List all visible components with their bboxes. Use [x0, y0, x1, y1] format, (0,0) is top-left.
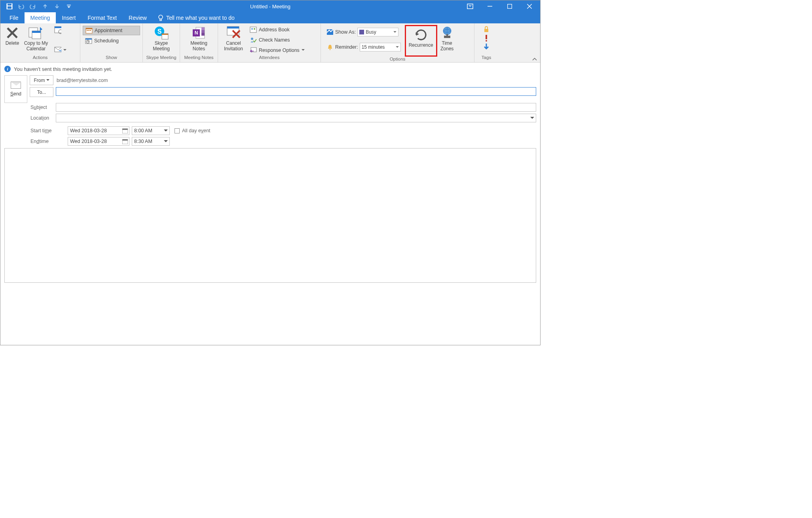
ribbon-tabs: File Meeting Insert Format Text Review T… — [0, 12, 540, 23]
quick-access-toolbar — [0, 2, 73, 11]
subject-field[interactable] — [56, 103, 536, 112]
reminder-icon — [326, 44, 334, 51]
tab-meeting[interactable]: Meeting — [25, 12, 56, 23]
undo-icon[interactable] — [17, 2, 26, 11]
svg-rect-47 — [446, 34, 448, 36]
reminder-dropdown[interactable]: 15 minutes — [360, 43, 401, 51]
calendar-button[interactable] — [52, 25, 69, 34]
low-importance-icon[interactable] — [483, 43, 490, 50]
minimize-icon[interactable] — [485, 1, 495, 11]
delete-icon — [6, 26, 19, 40]
end-time-field[interactable]: 8:30 AM — [132, 137, 170, 146]
meeting-body-editor[interactable] — [4, 148, 536, 283]
window-title: Untitled - Meeting — [250, 4, 290, 10]
skype-icon: S — [153, 26, 169, 40]
save-icon[interactable] — [5, 2, 14, 11]
qat-customize-icon[interactable] — [65, 2, 73, 11]
svg-rect-36 — [227, 27, 239, 29]
send-icon — [11, 82, 21, 89]
to-field[interactable] — [56, 87, 536, 96]
next-icon[interactable] — [53, 2, 61, 11]
previous-icon[interactable] — [41, 2, 49, 11]
group-show: Appointment Scheduling Show — [80, 23, 143, 62]
svg-rect-28 — [162, 34, 168, 35]
group-tags: Tags — [474, 23, 498, 62]
info-text: You haven't sent this meeting invitation… — [14, 66, 112, 72]
to-button[interactable]: To... — [30, 87, 53, 97]
window-controls — [465, 1, 540, 11]
appointment-button[interactable]: Appointment — [83, 26, 140, 35]
group-attendees: Cancel Invitation Address Book Check Nam… — [218, 23, 321, 62]
forward-button[interactable] — [52, 46, 69, 55]
all-day-checkbox[interactable] — [175, 128, 180, 133]
svg-point-8 — [159, 15, 163, 19]
maximize-icon[interactable] — [505, 1, 515, 11]
collapse-ribbon-icon[interactable] — [532, 58, 537, 61]
location-field[interactable] — [56, 114, 536, 122]
svg-rect-1 — [8, 4, 11, 6]
copy-to-calendar-button[interactable]: Copy to My Calendar — [22, 25, 50, 53]
start-date-field[interactable]: Wed 2018-03-28 — [68, 126, 129, 135]
recurrence-button[interactable]: Recurrence — [405, 25, 437, 57]
response-options-button[interactable]: Response Options — [247, 46, 307, 55]
meeting-notes-button[interactable]: N Meeting Notes — [189, 25, 209, 53]
time-zones-button[interactable]: Time Zones — [437, 25, 457, 53]
group-label-tags: Tags — [474, 55, 498, 62]
group-skype: S Skype Meeting Skype Meeting — [143, 23, 180, 62]
svg-rect-54 — [122, 139, 128, 141]
onenote-icon: N — [192, 26, 205, 40]
svg-rect-37 — [250, 27, 256, 32]
svg-rect-6 — [488, 6, 492, 7]
appointment-icon — [85, 27, 93, 34]
svg-rect-4 — [67, 5, 71, 6]
tab-insert[interactable]: Insert — [56, 12, 82, 23]
group-label-show: Show — [80, 55, 142, 62]
send-button[interactable]: Send — [4, 75, 27, 103]
cancel-invitation-button[interactable]: Cancel Invitation — [220, 25, 247, 53]
check-names-button[interactable]: Check Names — [247, 35, 307, 45]
svg-point-50 — [486, 40, 487, 42]
response-options-icon — [250, 47, 257, 54]
close-icon[interactable] — [524, 1, 535, 11]
group-actions: Delete Copy to My Calendar Actions — [0, 23, 80, 62]
tab-file[interactable]: File — [4, 12, 25, 23]
svg-rect-32 — [201, 33, 205, 36]
meeting-form: Send From brad@terrytestsite.com To... S… — [0, 75, 540, 146]
tab-review[interactable]: Review — [123, 12, 153, 23]
subject-label: Subject — [30, 103, 53, 112]
copy-to-calendar-icon — [28, 26, 44, 40]
svg-text:S: S — [157, 28, 162, 35]
group-label-skype: Skype Meeting — [143, 55, 180, 62]
svg-rect-23 — [85, 38, 92, 40]
skype-meeting-button[interactable]: S Skype Meeting — [151, 25, 171, 53]
tell-me-search[interactable]: Tell me what you want to do — [153, 12, 235, 23]
svg-point-39 — [254, 28, 255, 30]
group-label-attendees: Attendees — [218, 55, 321, 62]
start-time-field[interactable]: 8:00 AM — [132, 126, 170, 135]
group-notes: N Meeting Notes Meeting Notes — [180, 23, 218, 62]
redo-icon[interactable] — [29, 2, 38, 11]
scheduling-button[interactable]: Scheduling — [83, 36, 140, 46]
cancel-invitation-icon — [226, 26, 241, 40]
all-day-label: All day event — [182, 128, 211, 133]
delete-button[interactable]: Delete — [3, 25, 22, 47]
svg-point-44 — [330, 49, 331, 50]
group-label-notes: Meeting Notes — [180, 55, 218, 62]
from-button[interactable]: From — [30, 75, 53, 85]
reminder-label: Reminder: — [335, 44, 358, 50]
svg-rect-14 — [55, 27, 61, 28]
high-importance-icon[interactable] — [483, 34, 490, 42]
svg-rect-21 — [90, 30, 91, 31]
end-date-field[interactable]: Wed 2018-03-28 — [68, 137, 129, 146]
show-as-label: Show As: — [335, 29, 356, 35]
check-names-icon — [250, 36, 257, 44]
forward-icon — [54, 47, 61, 54]
tab-format-text[interactable]: Format Text — [82, 12, 123, 23]
show-as-dropdown[interactable]: Busy — [357, 28, 398, 36]
svg-rect-43 — [359, 30, 364, 34]
svg-rect-20 — [88, 30, 89, 31]
address-book-button[interactable]: Address Book — [247, 25, 307, 34]
ribbon: Delete Copy to My Calendar Actions Appoi… — [0, 23, 540, 63]
private-icon[interactable] — [483, 26, 490, 33]
ribbon-display-icon[interactable] — [465, 1, 475, 11]
